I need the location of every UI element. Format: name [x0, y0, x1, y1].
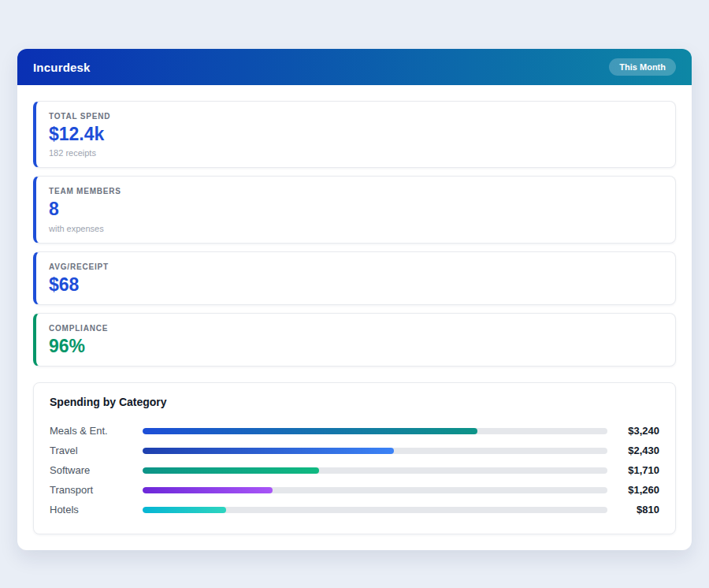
stat-card-compliance: COMPLIANCE 96% [33, 313, 676, 367]
stat-card-team-members: TEAM MEMBERS 8 with expenses [33, 176, 676, 243]
amount-label: $1,710 [607, 464, 659, 476]
category-row: Travel $2,430 [50, 441, 659, 460]
bar-fill [143, 467, 319, 474]
section-title: Spending by Category [50, 396, 659, 408]
category-label: Software [50, 464, 143, 476]
period-badge[interactable]: This Month [609, 58, 676, 76]
category-row: Meals & Ent. $3,240 [50, 421, 659, 441]
category-label: Hotels [50, 504, 143, 515]
stat-label: TOTAL SPEND [49, 112, 663, 121]
stat-value: $68 [49, 275, 663, 295]
stat-label: AVG/RECEIPT [49, 262, 663, 271]
stat-sub: 182 receipts [49, 148, 663, 158]
bar-track [143, 507, 607, 513]
stat-label: TEAM MEMBERS [49, 187, 663, 195]
stats-list: TOTAL SPEND $12.4k 182 receipts TEAM MEM… [33, 101, 676, 367]
bar-track [143, 448, 607, 454]
bar-fill [143, 448, 394, 454]
category-label: Travel [50, 445, 143, 456]
bar-track [143, 428, 607, 434]
bar-track [143, 467, 607, 474]
category-row: Hotels $810 [50, 500, 659, 519]
category-row: Software $1,710 [50, 460, 659, 480]
category-label: Transport [50, 484, 143, 496]
spending-card: Spending by Category Meals & Ent. $3,240… [33, 382, 676, 534]
amount-label: $2,430 [607, 445, 659, 456]
amount-label: $1,260 [607, 484, 659, 496]
stat-sub: with expenses [49, 224, 663, 233]
stat-value: 8 [49, 199, 663, 219]
app-title: Incurdesk [33, 61, 91, 74]
stat-card-avg-receipt: AVG/RECEIPT $68 [33, 251, 676, 305]
stat-value: 96% [49, 337, 663, 356]
category-label: Meals & Ent. [50, 425, 143, 437]
app-card: Incurdesk This Month TOTAL SPEND $12.4k … [17, 49, 692, 550]
dashboard-content: TOTAL SPEND $12.4k 182 receipts TEAM MEM… [17, 85, 692, 550]
bar-fill [143, 507, 226, 513]
category-row: Transport $1,260 [50, 480, 659, 500]
app-header: Incurdesk This Month [17, 49, 692, 85]
stat-value: $12.4k [49, 125, 663, 144]
stat-label: COMPLIANCE [49, 324, 663, 333]
bar-fill [143, 428, 477, 434]
bar-fill [143, 487, 273, 493]
stat-card-total-spend: TOTAL SPEND $12.4k 182 receipts [33, 101, 676, 168]
amount-label: $3,240 [607, 425, 659, 437]
amount-label: $810 [607, 504, 659, 515]
bar-track [143, 487, 607, 493]
